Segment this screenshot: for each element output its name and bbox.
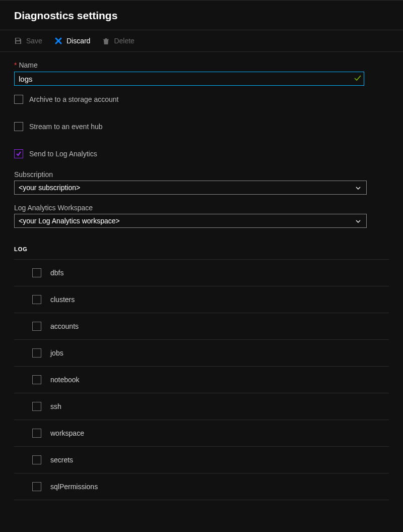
subscription-select[interactable]: <your subscription> [14,181,367,195]
discard-button[interactable]: Discard [54,37,90,45]
log-item: jobs [14,340,389,367]
discard-label: Discard [66,37,90,45]
log-item: accounts [14,313,389,340]
log-item: notebook [14,367,389,393]
log-item: dbfs [14,260,389,286]
log-item: sqlPermissions [14,474,389,500]
log-analytics-settings: Subscription <your subscription> Log Ana… [14,170,389,228]
delete-button[interactable]: Delete [102,37,134,45]
name-field-wrap: *Name [14,61,389,86]
log-item-checkbox[interactable] [32,455,41,464]
chevron-down-icon [355,218,361,224]
stream-label: Stream to an event hub [29,123,103,131]
log-item: secrets [14,447,389,474]
page-title: Diagnostics settings [0,0,403,30]
save-button[interactable]: Save [14,37,42,45]
required-indicator: * [14,61,17,69]
save-icon [14,37,22,45]
log-section: LOG dbfsclustersaccountsjobsnotebooksshw… [14,246,389,500]
log-item-label: dbfs [50,269,63,277]
log-item: clusters [14,286,389,313]
sendlog-checkbox[interactable] [14,149,23,158]
log-item-checkbox[interactable] [32,322,41,331]
save-label: Save [26,37,42,45]
stream-checkbox[interactable] [14,122,23,131]
log-item-checkbox[interactable] [32,348,41,358]
subscription-label: Subscription [14,170,389,179]
archive-checkbox[interactable] [14,95,23,104]
log-item: workspace [14,420,389,447]
sendlog-checkbox-row: Send to Log Analytics [14,149,389,158]
log-item-checkbox[interactable] [32,295,41,304]
log-heading: LOG [14,246,389,252]
log-item-label: secrets [50,456,73,464]
workspace-value: <your Log Analytics workspace> [19,217,120,225]
delete-icon [102,37,110,45]
log-item-label: accounts [50,322,79,330]
sendlog-label: Send to Log Analytics [29,150,97,158]
archive-label: Archive to a storage account [29,95,118,103]
toolbar: Save Discard Delete [0,30,403,52]
workspace-label: Log Analytics Workspace [14,204,389,212]
log-item-label: ssh [50,402,61,410]
log-list: dbfsclustersaccountsjobsnotebooksshworks… [14,260,389,500]
log-item-label: jobs [50,349,63,357]
log-item: ssh [14,393,389,420]
log-item-label: notebook [50,376,80,384]
log-item-checkbox[interactable] [32,268,41,277]
log-item-label: clusters [50,295,75,304]
log-item-checkbox[interactable] [32,429,41,438]
name-input[interactable] [14,72,364,86]
valid-check-icon [354,74,362,84]
log-item-checkbox[interactable] [32,402,41,411]
archive-checkbox-row: Archive to a storage account [14,95,389,104]
stream-checkbox-row: Stream to an event hub [14,122,389,131]
workspace-select[interactable]: <your Log Analytics workspace> [14,214,367,228]
discard-icon [54,37,62,45]
form-content: *Name Archive to a storage account Strea… [0,52,403,500]
chevron-down-icon [355,185,361,191]
log-item-label: workspace [50,429,84,437]
log-item-label: sqlPermissions [50,483,98,491]
log-item-checkbox[interactable] [32,375,41,384]
subscription-value: <your subscription> [19,184,80,192]
name-label: *Name [14,61,389,69]
delete-label: Delete [114,37,134,45]
log-item-checkbox[interactable] [32,482,41,491]
